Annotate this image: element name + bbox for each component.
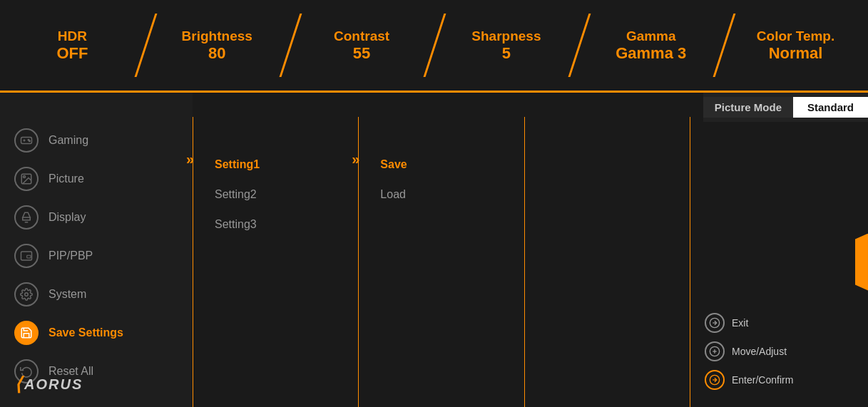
hdr-label: HDR xyxy=(58,29,87,44)
sidebar-label-display: Display xyxy=(48,211,86,224)
svg-point-2 xyxy=(29,140,31,142)
sidebar-item-system[interactable]: System xyxy=(0,275,193,314)
sidebar-item-display[interactable]: Display xyxy=(0,198,193,237)
sidebar-label-gaming: Gaming xyxy=(48,134,88,147)
sharpness-value: 5 xyxy=(502,44,511,63)
exit-btn-icon xyxy=(705,313,725,333)
colortemp-segment: Color Temp. Normal xyxy=(723,0,868,91)
brightness-label: Brightness xyxy=(182,29,252,44)
save-settings-icon xyxy=(14,321,39,345)
main-area: Picture Mode Standard Gaming xyxy=(0,93,868,407)
picture-icon xyxy=(14,167,39,191)
exit-label: Exit xyxy=(732,317,748,329)
control-move: Move/Adjust xyxy=(705,341,793,361)
hdr-segment: HDR OFF xyxy=(0,0,145,91)
colortemp-value: Normal xyxy=(769,44,823,63)
orange-tab-decoration xyxy=(855,234,868,291)
svg-point-7 xyxy=(25,293,29,297)
sidebar-label-picture: Picture xyxy=(48,172,84,185)
menu-setting3[interactable]: Setting3 xyxy=(215,210,358,239)
contrast-value: 55 xyxy=(353,44,370,63)
control-enter: Enter/Confirm xyxy=(705,370,793,390)
right-panel: Exit Move/Adjust xyxy=(690,117,868,407)
sharpness-label: Sharpness xyxy=(471,29,541,44)
column-settings: » Setting1 Setting2 Setting3 xyxy=(193,117,358,407)
menu-setting2[interactable]: Setting2 xyxy=(215,180,358,210)
brightness-segment: Brightness 80 xyxy=(145,0,290,91)
menu-setting1[interactable]: Setting1 xyxy=(215,150,358,180)
brightness-value: 80 xyxy=(208,44,225,63)
menu-load[interactable]: Load xyxy=(380,180,524,210)
svg-rect-6 xyxy=(27,255,31,258)
colortemp-label: Color Temp. xyxy=(757,29,834,44)
gamma-segment: Gamma Gamma 3 xyxy=(578,0,723,91)
contrast-segment: Contrast 55 xyxy=(290,0,434,91)
menu-save[interactable]: Save xyxy=(380,150,524,180)
column-empty xyxy=(524,117,690,407)
sidebar-item-save-settings[interactable]: Save Settings xyxy=(0,314,193,352)
gamma-value: Gamma 3 xyxy=(616,44,686,63)
gaming-icon xyxy=(14,128,39,153)
sidebar-item-picture[interactable]: Picture xyxy=(0,160,193,198)
column-save-load: » Save Load xyxy=(358,117,524,407)
sidebar-item-pip[interactable]: PIP/PBP xyxy=(0,237,193,275)
enter-label: Enter/Confirm xyxy=(732,374,793,386)
aorus-logo-area: ⟨ AORUS xyxy=(14,373,83,396)
enter-btn-icon xyxy=(705,370,725,390)
aorus-logo: ⟨ AORUS xyxy=(14,373,83,396)
svg-rect-5 xyxy=(21,252,32,260)
move-label: Move/Adjust xyxy=(732,346,787,357)
col1-arrow: » xyxy=(186,151,194,168)
sidebar-label-system: System xyxy=(48,288,86,301)
sidebar: Gaming Picture Display xyxy=(0,93,193,407)
columns-area: » Setting1 Setting2 Setting3 » Save Load xyxy=(193,93,868,407)
svg-point-4 xyxy=(24,176,26,178)
system-icon xyxy=(14,282,39,306)
control-hints: Exit Move/Adjust xyxy=(705,313,793,390)
move-btn-icon xyxy=(705,341,725,361)
sidebar-item-gaming[interactable]: Gaming xyxy=(0,121,193,160)
control-exit: Exit xyxy=(705,313,793,333)
display-icon xyxy=(14,205,39,230)
hdr-value: OFF xyxy=(56,44,88,63)
top-bar: HDR OFF Brightness 80 Contrast 55 Sharpn… xyxy=(0,0,868,93)
pip-icon xyxy=(14,244,39,268)
sharpness-segment: Sharpness 5 xyxy=(434,0,578,91)
contrast-label: Contrast xyxy=(334,29,389,44)
col2-arrow: » xyxy=(352,151,359,168)
sidebar-label-pip: PIP/PBP xyxy=(48,249,93,262)
sidebar-label-save-settings: Save Settings xyxy=(48,326,123,339)
gamma-label: Gamma xyxy=(626,29,676,44)
